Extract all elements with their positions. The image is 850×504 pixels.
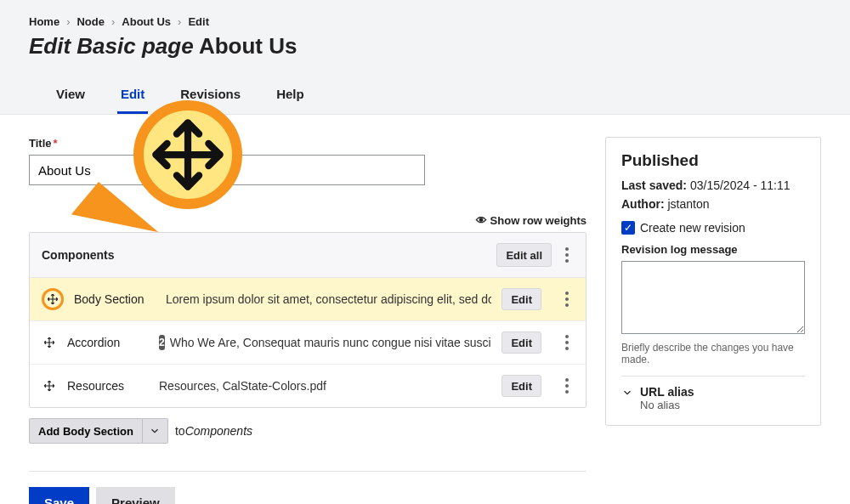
breadcrumb-item[interactable]: About Us [122,15,171,28]
drag-handle-icon[interactable] [42,335,57,350]
revision-log-hint: Briefly describe the changes you have ma… [621,342,805,365]
more-menu-icon[interactable] [560,292,574,307]
more-menu-icon[interactable] [560,335,574,350]
breadcrumb-item[interactable]: Edit [188,15,209,28]
count-badge: 2 [159,335,165,350]
component-row: Body Section Lorem ipsum dolor sit amet,… [30,278,586,321]
drag-handle-callout [133,100,242,209]
url-alias-label: URL alias [640,385,694,399]
tab-help[interactable]: Help [273,80,308,114]
page-header: Home › Node › About Us › Edit Edit Basic… [0,0,850,115]
publish-status: Published [621,151,805,170]
create-revision-checkbox[interactable]: ✓ [621,221,635,235]
drag-handle-icon[interactable] [42,378,57,394]
title-label: Title* [29,137,586,150]
tab-view[interactable]: View [53,80,88,114]
more-menu-icon[interactable] [560,378,574,394]
url-alias-value: No alias [640,399,694,411]
component-name: Accordion [67,336,149,349]
meta-sidebar: Published Last saved: 03/15/2024 - 11:11… [605,137,821,426]
edit-button[interactable]: Edit [502,288,541,310]
more-menu-icon[interactable] [560,247,574,263]
last-saved-value: 03/15/2024 - 11:11 [690,178,790,192]
tab-edit[interactable]: Edit [117,80,148,114]
chevron-down-icon [149,425,161,437]
edit-button[interactable]: Edit [502,331,541,354]
dropdown-toggle[interactable] [143,418,168,444]
url-alias-toggle[interactable] [621,387,633,399]
tabs: View Edit Revisions Help [29,80,821,114]
component-summary: 2 Who We Are, Consequat mauris nunc cong… [159,335,491,350]
components-panel: Components Edit all Body Section Lorem i… [29,232,586,408]
component-name: Resources [67,379,149,393]
revision-log-label: Revision log message [621,243,805,256]
page-title-name: About Us [199,33,298,59]
breadcrumb-item[interactable]: Home [29,15,60,28]
breadcrumb: Home › Node › About Us › Edit [29,15,821,28]
component-summary: Lorem ipsum dolor sit amet, consectetur … [166,292,491,306]
component-name: Body Section [74,292,156,306]
chevron-right-icon: › [178,15,181,28]
chevron-right-icon: › [111,15,115,28]
breadcrumb-item[interactable]: Node [76,15,105,28]
edit-button[interactable]: Edit [502,375,541,397]
last-saved-label: Last saved: [621,178,687,192]
required-asterisk-icon: * [54,137,58,150]
add-target-text: toComponents [175,424,252,438]
save-button[interactable]: Save [29,487,89,504]
drag-handle-icon[interactable] [42,288,64,310]
page-title-prefix: Edit Basic page [29,33,194,59]
author-label: Author: [621,197,665,211]
add-body-section-button[interactable]: Add Body Section [29,418,143,444]
move-icon [150,116,226,193]
component-row: Resources Resources, CalState-Colors.pdf… [30,365,586,407]
preview-button[interactable]: Preview [96,487,175,504]
create-revision-label: Create new revision [640,221,745,235]
page-title: Edit Basic page About Us [29,33,821,59]
chevron-right-icon: › [66,15,70,28]
author-value: jstanton [667,197,709,211]
component-row: Accordion 2 Who We Are, Consequat mauris… [30,321,586,365]
component-summary: Resources, CalState-Colors.pdf [159,379,491,393]
revision-log-textarea[interactable] [621,261,805,334]
components-heading: Components [42,248,115,262]
eye-icon: 👁 [476,214,487,227]
divider [29,471,586,472]
edit-all-button[interactable]: Edit all [496,243,552,267]
chevron-down-icon [621,387,633,399]
